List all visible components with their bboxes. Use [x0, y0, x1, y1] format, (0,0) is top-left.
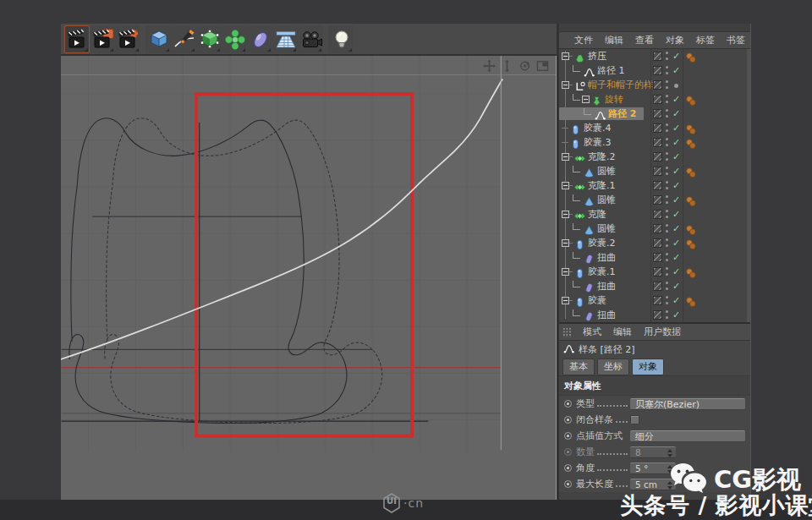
expander-icon[interactable] [582, 96, 590, 103]
panel-handle-icon[interactable] [562, 36, 563, 46]
object-row-path-1[interactable]: 路径 1 ✓ [559, 63, 750, 78]
layer-swatch[interactable] [653, 210, 662, 219]
object-row-bend-2[interactable]: 扭曲 ✓ [559, 250, 750, 265]
render-to-picture-viewer-button[interactable] [90, 25, 115, 53]
enable-toggle[interactable]: ✓ [671, 136, 682, 149]
enable-toggle[interactable]: ✓ [671, 165, 682, 178]
om-menu-bookmarks[interactable]: 书签 [721, 32, 750, 48]
layer-swatch[interactable] [653, 95, 662, 104]
visibility-dots[interactable] [666, 80, 669, 90]
object-row-capsule-2[interactable]: 胶囊.2 ✓ [559, 236, 750, 250]
phong-tag-icon[interactable] [685, 266, 697, 277]
enable-toggle[interactable]: ✓ [671, 265, 682, 278]
enable-toggle[interactable]: ✓ [671, 107, 682, 120]
enable-toggle[interactable]: ✓ [671, 151, 682, 163]
enable-toggle[interactable]: ✓ [671, 294, 682, 307]
toggle-view-icon[interactable] [536, 59, 549, 76]
om-menu-view[interactable]: 查看 [630, 32, 659, 48]
layer-swatch[interactable] [653, 181, 662, 190]
layer-swatch[interactable] [653, 296, 662, 305]
visibility-dots[interactable] [666, 181, 669, 190]
visibility-dots[interactable] [666, 224, 669, 233]
object-row-bend-1[interactable]: 扭曲 ✓ [559, 279, 750, 293]
viewport[interactable] [61, 56, 557, 500]
visibility-dots[interactable] [666, 167, 669, 176]
floor-environment-button[interactable] [272, 25, 298, 53]
layer-swatch[interactable] [653, 195, 662, 205]
phong-tag-icon[interactable] [685, 51, 697, 62]
enable-toggle[interactable]: ✓ [671, 50, 682, 63]
rotate-icon[interactable] [518, 59, 531, 76]
expander-icon[interactable] [562, 268, 569, 276]
layer-swatch[interactable] [653, 267, 662, 276]
visibility-dots[interactable] [666, 296, 669, 305]
object-row-cone-c0[interactable]: 圆锥 ✓ [559, 222, 750, 236]
animation-dot-icon[interactable] [564, 480, 572, 488]
phong-tag-icon[interactable] [685, 166, 697, 177]
am-menu-edit[interactable]: 编辑 [608, 324, 637, 340]
visibility-dots[interactable] [666, 66, 669, 75]
render-settings-button[interactable] [115, 25, 140, 53]
pen-spline-button[interactable] [171, 25, 196, 53]
expander-icon[interactable] [562, 52, 569, 60]
visibility-dots[interactable] [666, 152, 669, 161]
layer-swatch[interactable] [653, 167, 662, 176]
layer-swatch[interactable] [653, 138, 662, 147]
expander-icon[interactable] [562, 81, 569, 89]
layer-swatch[interactable] [653, 282, 662, 291]
visibility-dots[interactable] [666, 123, 669, 133]
object-row-path-2[interactable]: 路径 2 ✓ [559, 107, 750, 121]
enable-toggle[interactable] [671, 79, 682, 91]
tab-basic[interactable]: 基本 [562, 359, 595, 375]
visibility-dots[interactable] [666, 238, 669, 248]
number-field[interactable]: 8 [630, 446, 676, 458]
visibility-dots[interactable] [666, 138, 669, 147]
layer-swatch[interactable] [653, 253, 662, 262]
enable-toggle[interactable]: ✓ [671, 64, 682, 77]
visibility-dots[interactable] [666, 210, 669, 219]
type-dropdown[interactable]: 贝塞尔(Bezier) [630, 398, 745, 410]
camera-button[interactable] [298, 25, 323, 53]
phong-tag-icon[interactable] [685, 194, 697, 205]
enable-toggle[interactable]: ✓ [671, 122, 682, 134]
object-row-cone-c2[interactable]: 圆锥 ✓ [559, 164, 750, 178]
enable-toggle[interactable]: ✓ [671, 309, 682, 321]
pan-icon[interactable] [483, 59, 496, 76]
add-cube-button[interactable] [145, 25, 171, 53]
expander-icon[interactable] [562, 211, 569, 218]
enable-toggle[interactable]: ✓ [671, 251, 682, 264]
deformer-button[interactable] [247, 25, 272, 53]
array-clone-button[interactable] [222, 25, 247, 53]
point-interpolation-dropdown[interactable]: 细分 [630, 430, 745, 442]
om-menu-edit[interactable]: 编辑 [600, 32, 628, 48]
om-menu-file[interactable]: 文件 [569, 32, 598, 48]
object-row-clone-2[interactable]: 克隆.2 ✓ [559, 150, 750, 164]
layer-swatch[interactable] [653, 152, 662, 161]
om-menu-objects[interactable]: 对象 [661, 32, 689, 48]
layer-swatch[interactable] [653, 238, 662, 248]
phong-tag-icon[interactable] [685, 238, 697, 249]
am-menu-mode[interactable]: 模式 [578, 324, 606, 340]
light-button[interactable] [328, 25, 354, 53]
close-spline-checkbox[interactable] [630, 415, 639, 424]
enable-toggle[interactable]: ✓ [671, 93, 682, 106]
layer-swatch[interactable] [653, 123, 662, 133]
object-row-extrude[interactable]: 挤压 ✓ [559, 49, 750, 63]
animation-dot-icon[interactable] [564, 464, 572, 472]
dolly-icon[interactable] [501, 59, 513, 76]
visibility-dots[interactable] [666, 52, 669, 61]
phong-tag-icon[interactable] [685, 123, 697, 134]
layer-swatch[interactable] [653, 310, 662, 320]
object-row-cone-c1[interactable]: 圆锥 ✓ [559, 193, 750, 207]
visibility-dots[interactable] [666, 267, 669, 276]
object-row-hat-splines[interactable]: 帽子和帽子的样条 [559, 78, 750, 92]
animation-dot-icon[interactable] [564, 416, 572, 424]
enable-toggle[interactable]: ✓ [671, 194, 682, 206]
am-menu-user-data[interactable]: 用户数据 [639, 324, 686, 340]
expander-icon[interactable] [562, 297, 569, 304]
layer-swatch[interactable] [653, 109, 662, 118]
phong-tag-icon[interactable] [685, 94, 697, 105]
visibility-dots[interactable] [666, 253, 669, 262]
visibility-dots[interactable] [666, 95, 669, 104]
expander-icon[interactable] [562, 239, 569, 247]
